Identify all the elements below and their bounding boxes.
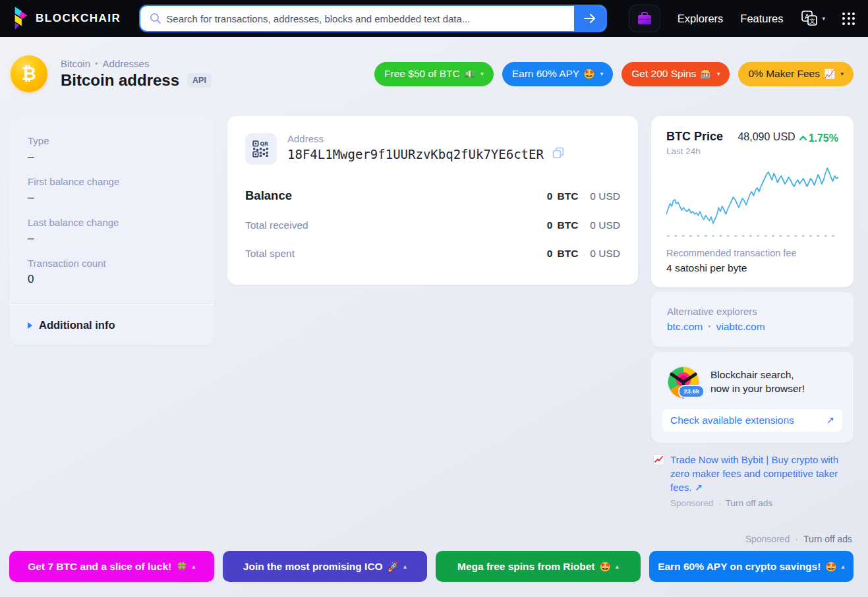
address-value[interactable]: 18F4L1Mwger9f1UURzvKbq2fUk7YE6ctER [287, 147, 544, 161]
turn-off-ads-link[interactable]: Turn off ads [803, 534, 852, 544]
stat-label: First balance change [28, 176, 196, 187]
ad-banner-apy[interactable]: Earn 60% APY on crypto savings! 🤩 ▴ [649, 551, 854, 582]
chevron-down-icon: ▾ [840, 71, 844, 77]
briefcase-icon [636, 11, 653, 26]
promo-pills: Free $50 of BTC 💵 ▾ Earn 60% APY 🤩 ▾ Get… [374, 62, 854, 86]
apps-grid-icon[interactable] [842, 13, 855, 25]
turn-off-ads-link[interactable]: Turn off ads [726, 498, 772, 508]
blockchair-logo-icon [12, 6, 29, 31]
promo-label: Free $50 of BTC [384, 68, 460, 80]
bybit-ad-link[interactable]: Trade Now with Bybit | Buy crypto with z… [670, 454, 838, 493]
btc-price-title: BTC Price [666, 130, 723, 144]
page-title: Bitcoin address [61, 71, 179, 90]
btc-price-widget: BTC Price 48,090 USD 1.75% Last 24h [651, 116, 854, 287]
page-header: ₿ Bitcoin • Addresses Bitcoin address AP… [0, 37, 868, 92]
browser-extension-card: 23.6k Blockchair search, now in your bro… [651, 352, 854, 443]
extension-text-line2: now in your browser! [710, 382, 805, 396]
sponsored-label: Sponsored [670, 498, 713, 508]
rocket-emoji: 🚀 [388, 561, 399, 572]
search-submit-button[interactable] [574, 6, 606, 31]
search-input[interactable] [166, 6, 574, 31]
btc-price-sparkline [666, 163, 838, 239]
chevron-down-icon: ▾ [480, 71, 484, 77]
balance-btc-unit: BTC [557, 190, 578, 202]
slot-machine-emoji: 🎰 [700, 69, 711, 79]
blockchair-logo[interactable]: BLOCKCHAIR [12, 6, 121, 31]
stat-first-balance-change: First balance change – [28, 176, 196, 204]
stat-value: – [28, 191, 196, 204]
sponsored-label: Sponsored [745, 534, 790, 544]
promo-maker-fees[interactable]: 0% Maker Fees 📈 ▾ [738, 62, 854, 86]
promo-free-btc[interactable]: Free $50 of BTC 💵 ▾ [374, 62, 494, 86]
chevron-down-icon: ▾ [600, 71, 604, 77]
received-btc-unit: BTC [557, 219, 578, 231]
qr-code-button[interactable]: QR [245, 133, 277, 165]
stat-label: Transaction count [28, 258, 196, 269]
link-btc-com[interactable]: btc.com [667, 321, 703, 333]
triangle-up-icon: ▴ [842, 563, 845, 570]
check-extensions-button[interactable]: Check available extensions ↗ [662, 409, 842, 432]
alternative-explorers-title: Alternative explorers [667, 306, 838, 317]
chevron-down-icon: ▾ [717, 71, 720, 77]
link-viabtc-com[interactable]: viabtc.com [716, 321, 765, 333]
ad-banner-riobet[interactable]: Mega free spins from Riobet 🤩 ▴ [436, 551, 641, 582]
ad-banner-luck[interactable]: Get 7 BTC and a slice of luck! 🍀 ▴ [9, 551, 214, 582]
ad-banner-label: Mega free spins from Riobet [457, 561, 594, 573]
btc-price-period: Last 24h [666, 146, 838, 156]
language-switcher[interactable]: A 文 ▾ [800, 9, 825, 28]
bitcoin-icon: ₿ [11, 55, 47, 92]
address-label: Address [287, 133, 565, 144]
nav-features[interactable]: Features [740, 13, 783, 25]
additional-info-toggle[interactable]: Additional info [9, 305, 214, 345]
chevron-down-icon: ▾ [822, 15, 825, 22]
search-icon [140, 6, 166, 31]
received-btc-value: 0 [547, 219, 553, 231]
triangle-up-icon: ▴ [192, 563, 196, 570]
promo-earn-apy[interactable]: Earn 60% APY 🤩 ▾ [502, 62, 614, 86]
stat-last-balance-change: Last balance change – [28, 217, 196, 245]
chevron-up-icon [799, 136, 807, 140]
svg-text:文: 文 [809, 18, 815, 24]
external-link-icon: ↗ [695, 482, 703, 493]
alternative-explorers-card: Alternative explorers btc.com • viabtc.c… [651, 292, 854, 347]
promo-spins[interactable]: Get 200 Spins 🎰 ▾ [622, 62, 730, 86]
btc-sparkline-line [666, 168, 838, 223]
extension-text: Blockchair search, now in your browser! [710, 368, 805, 396]
stat-value: – [28, 150, 196, 163]
top-header: BLOCKCHAIR Explorers [0, 0, 868, 37]
spent-btc-unit: BTC [557, 248, 578, 260]
btc-price-change-value: 1.75% [809, 132, 838, 144]
portfolio-button[interactable] [629, 5, 660, 32]
ad-banner-label: Get 7 BTC and a slice of luck! [28, 561, 171, 573]
ad-banner-label: Join the most promising ICO [243, 561, 383, 573]
address-card: QR Address 18F4L1Mwger9f1UURzvKbq2fUk7YE… [227, 116, 638, 285]
nav-explorers[interactable]: Explorers [678, 13, 724, 25]
promo-label: 0% Maker Fees [748, 68, 820, 80]
bottom-sponsored-row: Sponsored · Turn off ads [745, 534, 852, 544]
ad-banner-ico[interactable]: Join the most promising ICO 🚀 ▴ [223, 551, 428, 582]
breadcrumb-addresses[interactable]: Addresses [103, 58, 150, 69]
external-link-icon: ↗ [826, 414, 834, 426]
address-stats-panel: Type – First balance change – Last balan… [9, 116, 214, 345]
ad-banner-label: Earn 60% APY on crypto savings! [658, 561, 821, 573]
copy-icon[interactable] [552, 146, 565, 162]
check-extensions-label: Check available extensions [670, 414, 794, 426]
clover-emoji: 🍀 [176, 561, 187, 572]
svg-text:QR: QR [260, 141, 268, 147]
btc-price-change: 1.75% [799, 132, 838, 144]
extension-logo-icon: 23.6k [666, 365, 701, 399]
fee-label: Recommended transaction fee [666, 248, 838, 258]
btc-price-value: 48,090 USD [738, 131, 795, 143]
bottom-ad-banners: Get 7 BTC and a slice of luck! 🍀 ▴ Join … [9, 551, 854, 582]
search-bar [139, 5, 607, 32]
received-usd-value: 0 USD [590, 219, 620, 231]
breadcrumb-bitcoin[interactable]: Bitcoin [61, 58, 90, 69]
star-struck-emoji: 🤩 [599, 561, 610, 572]
stat-type: Type – [28, 135, 196, 163]
brand-name: BLOCKCHAIR [36, 12, 121, 25]
dot-separator: · [718, 498, 721, 508]
extension-users-badge: 23.6k [678, 385, 705, 398]
chart-up-emoji [653, 454, 664, 465]
triangle-up-icon: ▴ [403, 563, 407, 570]
api-badge[interactable]: API [187, 73, 212, 88]
